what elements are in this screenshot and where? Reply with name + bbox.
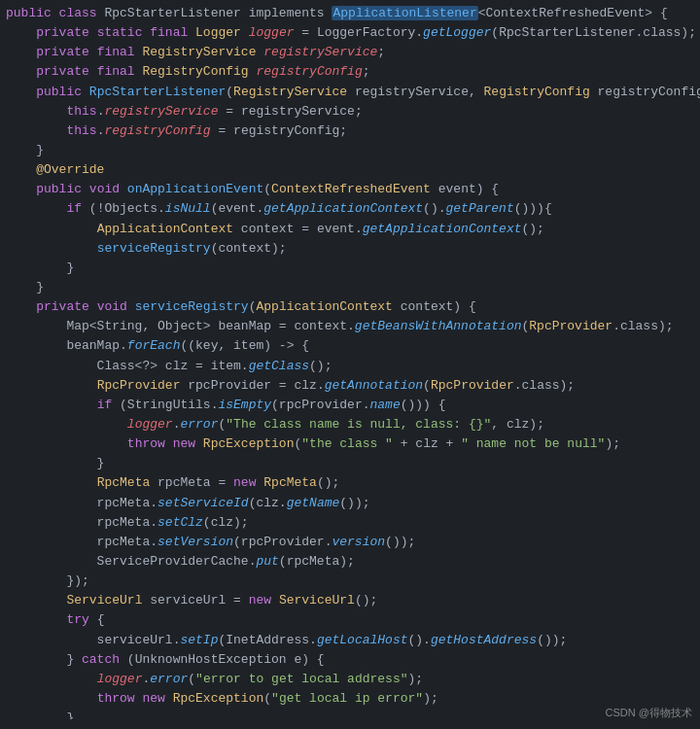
code-line: throw new RpcException("the class " + cl… (6, 434, 694, 454)
code-line: } (6, 454, 694, 473)
code-line: private final RegistryService registrySe… (6, 43, 694, 62)
code-line: rpcMeta.setServiceId(clz.getName()); (6, 494, 694, 513)
code-line: throw new RpcException("get local ip err… (6, 689, 694, 709)
code-line: public class RpcStarterListener implemen… (6, 4, 694, 23)
code-line: logger.error("The class name is null, cl… (6, 415, 694, 434)
code-line: this.registryService = registryService; (6, 102, 694, 122)
code-line: beanMap.forEach((key, item) -> { (6, 336, 694, 356)
watermark: CSDN @得物技术 (606, 705, 692, 721)
code-line: try { (6, 610, 694, 630)
code-line: } (6, 278, 694, 297)
code-editor: public class RpcStarterListener implemen… (0, 0, 700, 719)
code-line: serviceRegistry(context); (6, 239, 694, 259)
code-line: RpcProvider rpcProvider = clz.getAnnotat… (6, 376, 694, 396)
code-line: public RpcStarterListener(RegistryServic… (6, 83, 694, 102)
code-line: rpcMeta.setVersion(rpcProvider.version()… (6, 533, 694, 552)
code-line: if (!Objects.isNull(event.getApplication… (6, 199, 694, 219)
code-line: logger.error("error to get local address… (6, 670, 694, 689)
code-line: } (6, 709, 694, 719)
code-line: public void onApplicationEvent(ContextRe… (6, 180, 694, 199)
code-line: Class<?> clz = item.getClass(); (6, 357, 694, 376)
code-line: private final RegistryConfig registryCon… (6, 62, 694, 82)
code-line: Map<String, Object> beanMap = context.ge… (6, 317, 694, 336)
code-line: } (6, 141, 694, 160)
code-line: if (StringUtils.isEmpty(rpcProvider.name… (6, 396, 694, 415)
code-line: }); (6, 572, 694, 591)
code-line: serviceUrl.setIp(InetAddress.getLocalHos… (6, 631, 694, 650)
code-line: } catch (UnknownHostException e) { (6, 650, 694, 670)
code-line: rpcMeta.setClz(clz); (6, 513, 694, 533)
code-line: @Override (6, 160, 694, 180)
code-line: private static final Logger logger = Log… (6, 23, 694, 43)
code-line: private void serviceRegistry(Application… (6, 297, 694, 317)
code-line: ServiceProviderCache.put(rpcMeta); (6, 552, 694, 572)
code-line: RpcMeta rpcMeta = new RpcMeta(); (6, 473, 694, 493)
code-line: ServiceUrl serviceUrl = new ServiceUrl()… (6, 591, 694, 610)
code-line: } (6, 259, 694, 278)
code-line: this.registryConfig = registryConfig; (6, 122, 694, 141)
code-line: ApplicationContext context = event.getAp… (6, 220, 694, 239)
